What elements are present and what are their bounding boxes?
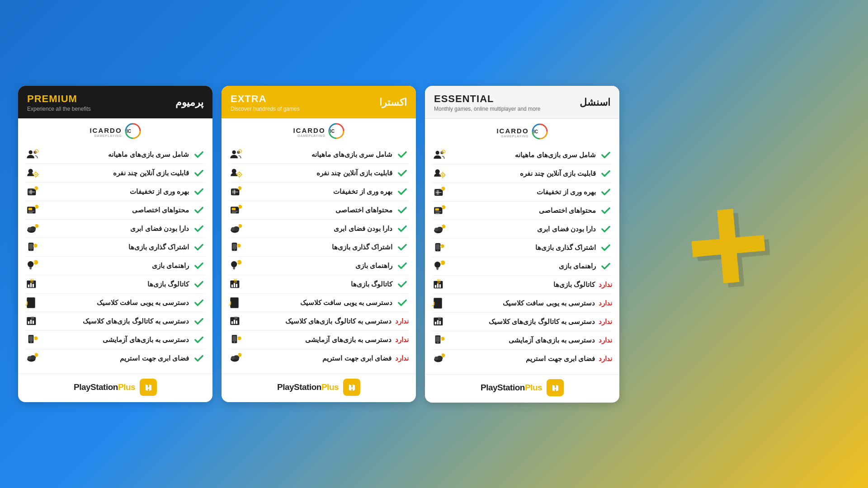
no-label: ندارد [395, 354, 409, 362]
svg-rect-73 [232, 208, 236, 210]
title-fa-premium: پرمیوم [175, 97, 203, 108]
feature-text: دسترسی به یوبی سافت کلاسیک [246, 299, 392, 307]
svg-text:+: + [440, 337, 442, 340]
background-decoration: + [588, 0, 868, 488]
feature-item: کاتالوگ بازی‌ها ||| [229, 275, 409, 294]
feature-icon: % [432, 185, 446, 199]
feature-text: فضای ابری جهت استریم [449, 355, 595, 363]
feature-text: فضای ابری جهت استریم [42, 354, 189, 362]
svg-rect-160 [30, 319, 32, 324]
check-icon [193, 352, 205, 365]
svg-point-22 [434, 227, 438, 231]
feature-text: قابلیت بازی آنلاین چند نفره [42, 169, 189, 177]
svg-rect-115 [345, 381, 358, 394]
feature-text: محتواهای اختصاصی [449, 206, 596, 215]
check-icon [396, 185, 409, 198]
svg-rect-89 [233, 267, 235, 268]
check-icon [396, 222, 409, 235]
svg-text:|||: ||| [30, 278, 33, 283]
feature-text: کاتالوگ بازی‌ها [246, 280, 392, 288]
feature-item: محتواهای اختصاصی + [25, 201, 205, 220]
card-header-essential: اسنشلESSENTIALMonthly games, online mult… [425, 86, 619, 119]
feature-icon: + [229, 203, 242, 217]
feature-icon: + [25, 352, 39, 365]
feature-item: دسترسی به یوبی سافت کلاسیک U+ [25, 294, 205, 312]
svg-text:|||: ||| [234, 278, 237, 283]
svg-text:+: + [440, 261, 442, 264]
feature-text: محتواهای اختصاصی [246, 206, 392, 214]
svg-rect-16 [435, 211, 441, 212]
feature-list-essential: شامل سری بازی‌های ماهیانه + قابلیت بازی … [432, 146, 612, 368]
svg-rect-43 [435, 322, 436, 324]
icardo-text: ICARDO GAMEPLAYING [293, 127, 325, 137]
svg-point-125 [35, 174, 37, 175]
feature-icon: + [432, 222, 446, 236]
feature-icon: + [25, 259, 39, 272]
no-icon: ندارد [599, 352, 612, 365]
svg-text:+: + [440, 244, 442, 248]
svg-rect-133 [28, 212, 33, 213]
svg-rect-32 [437, 269, 438, 270]
feature-text: دارا بودن فضای ابری [42, 225, 189, 233]
logo-row-extra: IC ICARDO GAMEPLAYING [229, 123, 409, 141]
ps-plus-big-symbol: + [679, 158, 777, 331]
check-icon [193, 241, 205, 253]
svg-rect-75 [232, 212, 236, 213]
feature-item: ندارددسترسی به کاتالوگ بازی‌های کلاسیک |… [229, 312, 409, 331]
svg-text:+: + [442, 150, 443, 153]
svg-point-143 [31, 249, 32, 250]
feature-text: شامل سری بازی‌های ماهیانه [42, 150, 189, 159]
svg-rect-84 [232, 244, 236, 249]
feature-text: شامل سری بازی‌های ماهیانه [246, 150, 392, 159]
feature-text: دسترسی به کاتالوگ بازی‌های کلاسیک [246, 317, 392, 325]
feature-item: راهنمای بازی + [432, 257, 612, 276]
svg-text:+: + [441, 354, 443, 357]
svg-point-7 [435, 169, 440, 174]
card-essential: اسنشلESSENTIALMonthly games, online mult… [425, 86, 619, 403]
feature-item: قابلیت بازی آنلاین چند نفره [432, 164, 612, 183]
svg-rect-40 [434, 298, 442, 308]
feature-item: دارا بودن فضای ابری + [229, 220, 409, 238]
svg-rect-101 [231, 321, 233, 324]
feature-text: دسترسی به یوبی سافت کلاسیک [449, 299, 595, 307]
icardo-logo: IC ICARDO GAMEPLAYING [90, 123, 141, 141]
svg-text:+: + [237, 261, 239, 264]
svg-rect-103 [236, 320, 237, 324]
svg-rect-152 [28, 284, 29, 287]
feature-icon: U+ [229, 296, 242, 310]
svg-text:+: + [34, 353, 36, 357]
feature-icon: + [229, 148, 242, 161]
svg-text:|||: ||| [437, 279, 440, 283]
svg-text:+: + [237, 353, 239, 357]
feature-text: محتواهای اختصاصی [42, 206, 189, 214]
svg-rect-161 [33, 320, 34, 324]
card-header-premium: پرمیومPREMIUMExperience all the benefits [18, 86, 212, 118]
check-icon [193, 296, 205, 309]
feature-item: اشتراک گذاری بازی‌ها + [229, 238, 409, 257]
svg-text:+: + [441, 225, 443, 228]
no-label: ندارد [599, 281, 612, 289]
svg-rect-96 [236, 284, 237, 287]
check-icon [599, 149, 612, 161]
ps-footer-text: PlayStationPlus [481, 383, 542, 393]
feature-text: دسترسی به کاتالوگ بازی‌های کلاسیک [449, 318, 595, 326]
svg-point-61 [232, 150, 236, 154]
feature-item: بهره وری از تخفیفات % [229, 183, 409, 201]
svg-point-107 [234, 341, 235, 343]
svg-rect-37 [437, 283, 439, 287]
logo-row-premium: IC ICARDO GAMEPLAYING [25, 123, 205, 141]
ps-logo-icon [547, 379, 564, 396]
svg-text:+: + [236, 244, 238, 247]
svg-rect-98 [230, 297, 238, 308]
title-en-premium: PREMIUM [27, 93, 91, 105]
feature-item: بهره وری از تخفیفات % [25, 183, 205, 201]
card-body-extra: IC ICARDO GAMEPLAYING شامل سری بازی‌های … [222, 118, 416, 374]
feature-text: دارا بودن فضای ابری [246, 225, 392, 233]
check-icon [193, 259, 205, 272]
icardo-text: ICARDO GAMEPLAYING [496, 127, 528, 138]
feature-text: اشتراک گذاری بازی‌ها [449, 244, 596, 252]
svg-rect-95 [234, 283, 235, 287]
svg-text:+: + [238, 150, 240, 153]
svg-rect-148 [30, 268, 31, 269]
no-label: ندارد [599, 299, 612, 307]
